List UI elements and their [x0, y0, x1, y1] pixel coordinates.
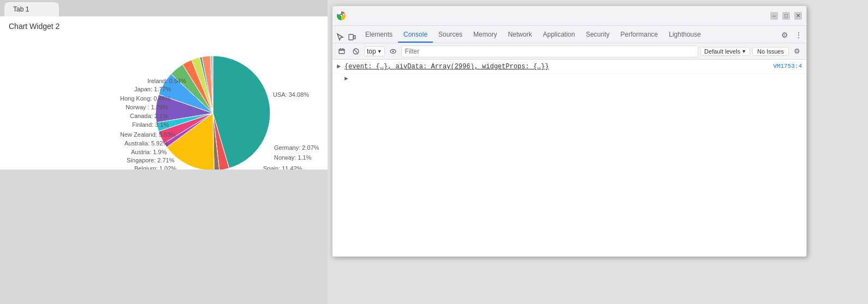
ban-icon [352, 48, 360, 55]
clear-console-btn[interactable] [336, 45, 348, 57]
label-norway2: Norway : 1.79% [126, 104, 168, 110]
devtools-titlebar: – □ ✕ [332, 6, 806, 26]
tab-security[interactable]: Security [580, 27, 615, 43]
svg-rect-3 [349, 34, 353, 40]
ban-btn[interactable] [350, 45, 362, 57]
titlebar-controls: – □ ✕ [770, 12, 802, 20]
label-singapore: Singapore: 2.71% [127, 157, 175, 163]
default-levels-btn[interactable]: Default levels ▼ [700, 47, 750, 56]
settings-icon-btn[interactable]: ⚙ [779, 30, 790, 40]
pie-chart-svg: Ireland: 0.54% Japan: 1.77% Hong Kong: 0… [0, 34, 328, 187]
label-hk: Hong Kong: 0.46% [120, 95, 171, 102]
chart-area: Ireland: 0.54% Japan: 1.77% Hong Kong: 0… [0, 34, 328, 187]
label-finland: Finland: 3.1% [132, 121, 169, 128]
maximize-button[interactable]: □ [782, 12, 790, 20]
devtools-tab-icons: ⚙ ⋮ [779, 30, 804, 43]
label-japan: Japan: 1.77% [134, 86, 171, 92]
label-ireland: Ireland: 0.54% [147, 78, 186, 84]
console-secondary-row[interactable]: ► [332, 74, 806, 83]
tab-sources[interactable]: Sources [433, 27, 468, 43]
tab-performance[interactable]: Performance [615, 27, 664, 43]
device-icon [348, 33, 356, 42]
devtools-console: ► {event: {…}, aivData: Array(2996), wid… [332, 60, 806, 256]
console-log-row: ► {event: {…}, aivData: Array(2996), wid… [332, 62, 806, 74]
eye-btn[interactable] [387, 45, 399, 57]
settings-gear-btn[interactable]: ⚙ [791, 45, 803, 57]
chevron-down-icon: ▼ [377, 49, 382, 54]
tab-network[interactable]: Network [502, 27, 537, 43]
svg-rect-4 [354, 36, 355, 39]
more-icon-btn[interactable]: ⋮ [793, 30, 804, 40]
console-log-text: {event: {…}, aivData: Array(2996), widge… [344, 63, 773, 71]
browser-tab-1[interactable]: Tab 1 [4, 2, 59, 16]
device-toolbar-icon-btn[interactable] [347, 32, 358, 43]
minimize-button[interactable]: – [770, 12, 778, 20]
label-nz: New Zealand: 5.03% [120, 131, 176, 138]
grey-bottom-area [0, 169, 328, 304]
clear-icon [338, 48, 346, 55]
label-australia: Australia: 5.92% [124, 140, 168, 147]
inspect-icon [336, 33, 344, 42]
chrome-favicon [337, 11, 346, 20]
label-austria: Austria: 1.9% [131, 149, 167, 155]
label-usa: USA: 34.08% [273, 91, 309, 98]
label-canada: Canada: 2.1% [130, 113, 168, 119]
expand-arrow[interactable]: ► [337, 63, 344, 71]
inspect-icon-btn[interactable] [335, 32, 346, 43]
chevron-down-icon-levels: ▼ [741, 49, 746, 54]
tab-console[interactable]: Console [398, 27, 433, 43]
chart-widget-title: Chart Widget 2 [0, 16, 328, 34]
tab-label: Tab 1 [13, 5, 29, 13]
no-issues-btn[interactable]: No Issues [752, 47, 789, 56]
top-context-dropdown[interactable]: top ▼ [364, 46, 385, 56]
label-norway1: Norway: 1.1% [274, 154, 312, 161]
filter-box[interactable] [401, 45, 699, 57]
svg-line-10 [354, 49, 358, 53]
svg-point-12 [392, 50, 394, 52]
tab-application[interactable]: Application [537, 27, 580, 43]
eye-icon [389, 48, 397, 55]
tab-elements[interactable]: Elements [360, 27, 398, 43]
devtools-toolbar: top ▼ Default levels ▼ No Issues ⚙ [332, 43, 806, 60]
close-button[interactable]: ✕ [794, 12, 802, 20]
tab-memory[interactable]: Memory [468, 27, 502, 43]
console-source-link[interactable]: VM1753:4 [773, 63, 802, 69]
browser-tab-bar: Tab 1 [0, 0, 328, 16]
label-germany: Germany: 2.07% [274, 144, 319, 151]
filter-input[interactable] [402, 48, 698, 55]
devtools-tabs-bar: Elements Console Sources Memory Network … [332, 26, 806, 43]
svg-rect-5 [339, 49, 344, 54]
tab-lighthouse[interactable]: Lighthouse [663, 27, 706, 43]
devtools-panel: – □ ✕ Elements Console Sources Me [332, 5, 807, 257]
